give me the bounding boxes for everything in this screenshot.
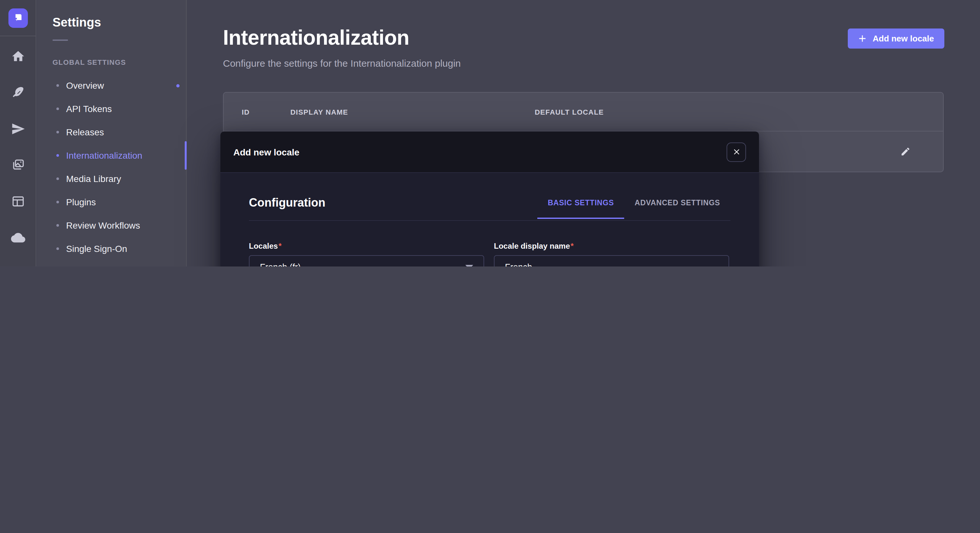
chevron-down-icon: [465, 265, 473, 266]
locales-select[interactable]: French (fr): [249, 255, 484, 266]
marketplace-cart-icon[interactable]: [6, 262, 30, 266]
display-name-input[interactable]: French: [494, 255, 729, 266]
pencil-icon: [900, 146, 911, 157]
display-name-field: Locale display name* French Locale will …: [494, 241, 729, 266]
close-modal-button[interactable]: [727, 142, 746, 162]
sidebar-item-plugins[interactable]: Plugins: [37, 190, 186, 214]
column-id: ID: [242, 108, 290, 116]
locales-label: Locales*: [249, 241, 484, 251]
table-header-row: ID DISPLAY NAME DEFAULT LOCALE: [224, 93, 943, 132]
bullet-icon: [56, 131, 59, 133]
tab-basic-settings[interactable]: BASIC SETTINGS: [537, 198, 624, 219]
sidebar-item-internationalization[interactable]: Internationalization: [37, 144, 186, 167]
bullet-icon: [56, 108, 59, 110]
column-default-locale: DEFAULT LOCALE: [535, 108, 604, 116]
sidebar-title-divider: [52, 40, 68, 41]
content-type-builder-layout-icon[interactable]: [6, 190, 30, 213]
add-new-locale-button[interactable]: Add new locale: [848, 29, 944, 49]
home-icon[interactable]: [6, 45, 30, 68]
bullet-icon: [56, 178, 59, 180]
content-manager-feather-icon[interactable]: [6, 81, 30, 104]
modal-title: Add new locale: [233, 147, 299, 157]
modal-header: Add new locale: [220, 132, 759, 173]
required-asterisk: *: [571, 241, 574, 251]
bullet-icon: [56, 154, 59, 157]
notification-dot: [176, 84, 180, 87]
column-display-name: DISPLAY NAME: [290, 108, 535, 116]
releases-send-icon[interactable]: [6, 117, 30, 141]
sidebar-item-review-workflows[interactable]: Review Workflows: [37, 214, 186, 237]
strapi-settings-page: KD Settings GLOBAL SETTINGS Overview API…: [0, 0, 980, 266]
edit-locale-button[interactable]: [896, 143, 915, 160]
tab-advanced-settings[interactable]: ADVANCED SETTINGS: [624, 198, 730, 219]
page-title: Internationalization: [223, 26, 944, 50]
settings-sidebar: Settings GLOBAL SETTINGS Overview API To…: [37, 0, 187, 266]
bullet-icon: [56, 247, 59, 250]
workspace-logo-box[interactable]: [0, 0, 36, 36]
sidebar-nav: GLOBAL SETTINGS Overview API Tokens Rele…: [37, 51, 186, 266]
bullet-icon: [56, 201, 59, 203]
sidebar-item-overview[interactable]: Overview: [37, 74, 186, 97]
modal-body: Configuration BASIC SETTINGS ADVANCED SE…: [220, 173, 759, 266]
sidebar-title: Settings: [52, 16, 170, 30]
required-asterisk: *: [278, 241, 281, 251]
plus-icon: [859, 34, 867, 43]
configuration-heading: Configuration: [249, 196, 325, 220]
sidebar-item-transfer-tokens[interactable]: Transfer Tokens: [37, 260, 186, 266]
bullet-icon: [56, 84, 59, 87]
active-indicator-bar: [185, 141, 187, 170]
locales-field: Locales* French (fr): [249, 241, 484, 266]
settings-tabs: BASIC SETTINGS ADVANCED SETTINGS: [537, 198, 730, 218]
media-library-images-icon[interactable]: [6, 154, 30, 177]
section-global-settings: GLOBAL SETTINGS: [37, 51, 186, 74]
icon-rail: KD: [0, 0, 36, 266]
sidebar-item-media-library[interactable]: Media Library: [37, 167, 186, 190]
sidebar-item-single-sign-on[interactable]: Single Sign-On: [37, 237, 186, 260]
add-new-locale-modal: Add new locale Configuration BASIC SETTI…: [220, 132, 759, 266]
sidebar-item-api-tokens[interactable]: API Tokens: [37, 97, 186, 121]
page-subtitle: Configure the settings for the Internati…: [223, 58, 944, 69]
display-name-label: Locale display name*: [494, 241, 729, 251]
bullet-icon: [56, 224, 59, 227]
strapi-logo-icon: [8, 8, 27, 27]
close-icon: [733, 148, 740, 155]
sidebar-item-releases[interactable]: Releases: [37, 121, 186, 144]
deploy-cloud-icon[interactable]: [6, 226, 30, 249]
